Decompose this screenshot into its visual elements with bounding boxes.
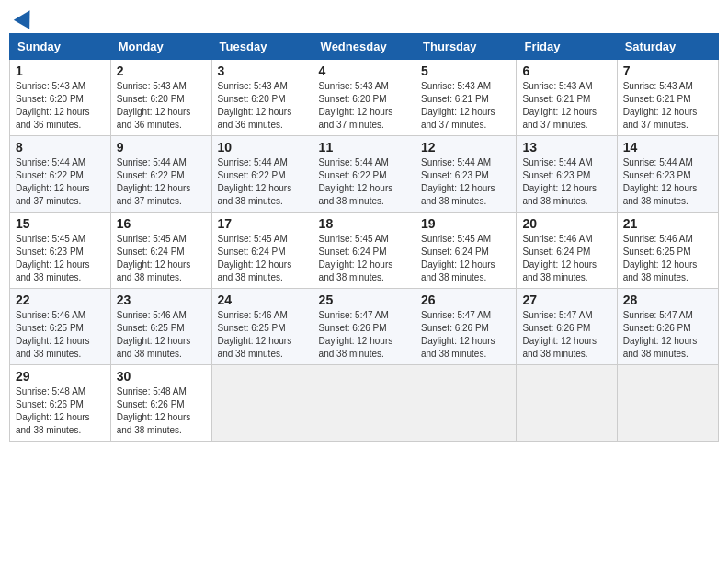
header-day-thursday: Thursday [415, 34, 517, 60]
day-number: 8 [16, 140, 105, 155]
day-info: Sunrise: 5:44 AM Sunset: 6:22 PM Dayligh… [218, 156, 307, 208]
calendar-day-29: 29Sunrise: 5:48 AM Sunset: 6:26 PM Dayli… [10, 365, 111, 442]
day-info: Sunrise: 5:45 AM Sunset: 6:23 PM Dayligh… [16, 233, 105, 284]
calendar-day-12: 12Sunrise: 5:44 AM Sunset: 6:23 PM Dayli… [415, 136, 517, 213]
day-number: 20 [522, 216, 610, 231]
day-number: 18 [319, 216, 409, 231]
empty-cell [415, 365, 517, 442]
day-number: 21 [623, 216, 712, 231]
calendar-day-18: 18Sunrise: 5:45 AM Sunset: 6:24 PM Dayli… [313, 213, 415, 289]
calendar-day-21: 21Sunrise: 5:46 AM Sunset: 6:25 PM Dayli… [617, 213, 718, 289]
calendar-day-30: 30Sunrise: 5:48 AM Sunset: 6:26 PM Dayli… [110, 365, 211, 442]
day-info: Sunrise: 5:48 AM Sunset: 6:26 PM Dayligh… [16, 385, 105, 437]
header-day-saturday: Saturday [617, 34, 718, 60]
day-number: 14 [623, 140, 712, 155]
day-number: 5 [421, 63, 510, 78]
day-number: 22 [16, 293, 105, 307]
calendar-day-19: 19Sunrise: 5:45 AM Sunset: 6:24 PM Dayli… [415, 213, 517, 289]
day-number: 17 [218, 216, 307, 231]
day-number: 2 [117, 63, 206, 78]
calendar-day-14: 14Sunrise: 5:44 AM Sunset: 6:23 PM Dayli… [617, 136, 718, 213]
day-info: Sunrise: 5:43 AM Sunset: 6:20 PM Dayligh… [319, 80, 409, 132]
day-info: Sunrise: 5:46 AM Sunset: 6:25 PM Dayligh… [117, 309, 206, 361]
header-day-monday: Monday [110, 34, 211, 60]
calendar-day-4: 4Sunrise: 5:43 AM Sunset: 6:20 PM Daylig… [313, 60, 415, 136]
day-info: Sunrise: 5:45 AM Sunset: 6:24 PM Dayligh… [218, 233, 307, 284]
header-day-wednesday: Wednesday [313, 34, 415, 60]
calendar-day-24: 24Sunrise: 5:46 AM Sunset: 6:25 PM Dayli… [211, 289, 313, 365]
calendar-day-10: 10Sunrise: 5:44 AM Sunset: 6:22 PM Dayli… [211, 136, 313, 213]
empty-cell [211, 365, 313, 442]
calendar-day-3: 3Sunrise: 5:43 AM Sunset: 6:20 PM Daylig… [211, 60, 313, 136]
day-info: Sunrise: 5:44 AM Sunset: 6:22 PM Dayligh… [117, 156, 206, 208]
empty-cell [517, 365, 617, 442]
header [9, 9, 719, 26]
empty-cell [313, 365, 415, 442]
day-number: 28 [623, 293, 712, 307]
calendar-row-1: 1Sunrise: 5:43 AM Sunset: 6:20 PM Daylig… [10, 60, 719, 136]
day-info: Sunrise: 5:46 AM Sunset: 6:24 PM Dayligh… [522, 233, 610, 284]
header-day-sunday: Sunday [10, 34, 111, 60]
day-number: 12 [421, 140, 510, 155]
day-info: Sunrise: 5:46 AM Sunset: 6:25 PM Dayligh… [16, 309, 105, 361]
calendar-row-3: 15Sunrise: 5:45 AM Sunset: 6:23 PM Dayli… [10, 213, 719, 289]
day-info: Sunrise: 5:45 AM Sunset: 6:24 PM Dayligh… [319, 233, 409, 284]
calendar-day-25: 25Sunrise: 5:47 AM Sunset: 6:26 PM Dayli… [313, 289, 415, 365]
day-number: 16 [117, 216, 206, 231]
day-info: Sunrise: 5:45 AM Sunset: 6:24 PM Dayligh… [421, 233, 510, 284]
calendar-table: SundayMondayTuesdayWednesdayThursdayFrid… [9, 33, 719, 442]
day-number: 9 [117, 140, 206, 155]
calendar-day-2: 2Sunrise: 5:43 AM Sunset: 6:20 PM Daylig… [110, 60, 211, 136]
day-number: 13 [522, 140, 610, 155]
day-number: 10 [218, 140, 307, 155]
calendar-day-22: 22Sunrise: 5:46 AM Sunset: 6:25 PM Dayli… [10, 289, 111, 365]
day-info: Sunrise: 5:44 AM Sunset: 6:22 PM Dayligh… [319, 156, 409, 208]
day-number: 7 [623, 63, 712, 78]
day-info: Sunrise: 5:46 AM Sunset: 6:25 PM Dayligh… [218, 309, 307, 361]
day-number: 15 [16, 216, 105, 231]
calendar-day-7: 7Sunrise: 5:43 AM Sunset: 6:21 PM Daylig… [617, 60, 718, 136]
calendar-day-27: 27Sunrise: 5:47 AM Sunset: 6:26 PM Dayli… [517, 289, 617, 365]
day-info: Sunrise: 5:47 AM Sunset: 6:26 PM Dayligh… [421, 309, 510, 361]
day-number: 6 [522, 63, 610, 78]
header-day-friday: Friday [517, 34, 617, 60]
calendar-header-row: SundayMondayTuesdayWednesdayThursdayFrid… [10, 34, 719, 60]
logo [13, 9, 35, 26]
day-info: Sunrise: 5:43 AM Sunset: 6:20 PM Dayligh… [117, 80, 206, 132]
calendar-day-16: 16Sunrise: 5:45 AM Sunset: 6:24 PM Dayli… [110, 213, 211, 289]
day-info: Sunrise: 5:46 AM Sunset: 6:25 PM Dayligh… [623, 233, 712, 284]
day-number: 27 [522, 293, 610, 307]
calendar-day-28: 28Sunrise: 5:47 AM Sunset: 6:26 PM Dayli… [617, 289, 718, 365]
day-number: 4 [319, 63, 409, 78]
calendar-day-8: 8Sunrise: 5:44 AM Sunset: 6:22 PM Daylig… [10, 136, 111, 213]
day-number: 29 [16, 369, 105, 384]
day-number: 19 [421, 216, 510, 231]
day-info: Sunrise: 5:48 AM Sunset: 6:26 PM Dayligh… [117, 385, 206, 437]
day-info: Sunrise: 5:43 AM Sunset: 6:21 PM Dayligh… [522, 80, 610, 132]
day-info: Sunrise: 5:45 AM Sunset: 6:24 PM Dayligh… [117, 233, 206, 284]
empty-cell [617, 365, 718, 442]
day-number: 3 [218, 63, 307, 78]
calendar-day-23: 23Sunrise: 5:46 AM Sunset: 6:25 PM Dayli… [110, 289, 211, 365]
day-number: 30 [117, 369, 206, 384]
day-info: Sunrise: 5:43 AM Sunset: 6:20 PM Dayligh… [218, 80, 307, 132]
day-info: Sunrise: 5:47 AM Sunset: 6:26 PM Dayligh… [623, 309, 712, 361]
calendar-row-4: 22Sunrise: 5:46 AM Sunset: 6:25 PM Dayli… [10, 289, 719, 365]
day-info: Sunrise: 5:43 AM Sunset: 6:21 PM Dayligh… [623, 80, 712, 132]
day-info: Sunrise: 5:44 AM Sunset: 6:23 PM Dayligh… [623, 156, 712, 208]
calendar-day-20: 20Sunrise: 5:46 AM Sunset: 6:24 PM Dayli… [517, 213, 617, 289]
day-number: 23 [117, 293, 206, 307]
calendar-day-5: 5Sunrise: 5:43 AM Sunset: 6:21 PM Daylig… [415, 60, 517, 136]
calendar-day-6: 6Sunrise: 5:43 AM Sunset: 6:21 PM Daylig… [517, 60, 617, 136]
calendar-day-17: 17Sunrise: 5:45 AM Sunset: 6:24 PM Dayli… [211, 213, 313, 289]
day-number: 11 [319, 140, 409, 155]
day-number: 24 [218, 293, 307, 307]
header-day-tuesday: Tuesday [211, 34, 313, 60]
logo-triangle-icon [14, 6, 38, 29]
day-info: Sunrise: 5:47 AM Sunset: 6:26 PM Dayligh… [522, 309, 610, 361]
day-info: Sunrise: 5:43 AM Sunset: 6:21 PM Dayligh… [421, 80, 510, 132]
calendar-row-5: 29Sunrise: 5:48 AM Sunset: 6:26 PM Dayli… [10, 365, 719, 442]
day-number: 1 [16, 63, 105, 78]
day-info: Sunrise: 5:44 AM Sunset: 6:23 PM Dayligh… [421, 156, 510, 208]
calendar-day-26: 26Sunrise: 5:47 AM Sunset: 6:26 PM Dayli… [415, 289, 517, 365]
